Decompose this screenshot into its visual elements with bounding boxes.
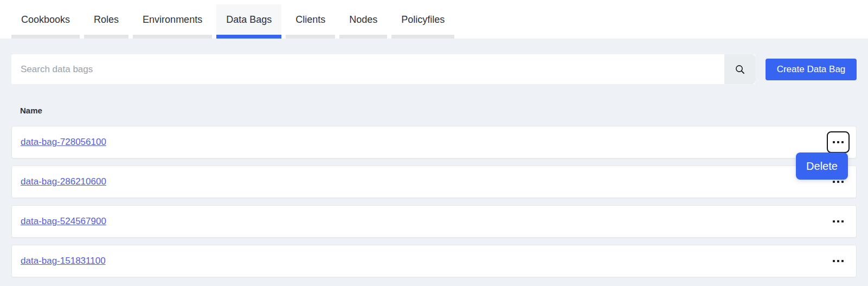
tab-roles[interactable]: Roles bbox=[84, 4, 128, 39]
more-options-button[interactable] bbox=[827, 211, 850, 232]
table-row: data-bag-728056100 Delete bbox=[11, 126, 857, 158]
table-row: data-bag-151831100 bbox=[11, 245, 857, 277]
create-data-bag-button[interactable]: Create Data Bag bbox=[766, 59, 857, 80]
table-row: data-bag-524567900 bbox=[11, 205, 857, 238]
name-column-header: Name bbox=[20, 106, 857, 116]
search-input[interactable] bbox=[11, 54, 724, 84]
tab-cookbooks-label: Cookbooks bbox=[21, 14, 70, 26]
search-button[interactable] bbox=[724, 54, 755, 84]
data-bag-link[interactable]: data-bag-728056100 bbox=[21, 137, 106, 148]
more-options-button[interactable] bbox=[827, 250, 850, 272]
tab-cookbooks[interactable]: Cookbooks bbox=[11, 4, 80, 39]
data-bag-link[interactable]: data-bag-151831100 bbox=[21, 256, 106, 266]
tab-data-bags-label: Data Bags bbox=[226, 14, 272, 26]
tab-environments[interactable]: Environments bbox=[133, 4, 212, 39]
tab-policyfiles[interactable]: Policyfiles bbox=[391, 4, 454, 39]
magnifier-icon bbox=[735, 64, 745, 75]
delete-menu-item[interactable]: Delete bbox=[796, 152, 848, 180]
data-bag-link[interactable]: data-bag-286210600 bbox=[21, 176, 106, 187]
infrastructure-tab-bar: Cookbooks Roles Environments Data Bags C… bbox=[0, 0, 868, 39]
tab-nodes[interactable]: Nodes bbox=[339, 4, 387, 39]
more-options-button[interactable]: Delete bbox=[827, 131, 850, 153]
tab-roles-label: Roles bbox=[94, 14, 119, 26]
data-bag-link[interactable]: data-bag-524567900 bbox=[21, 216, 106, 227]
search-row: Create Data Bag bbox=[11, 54, 857, 84]
tab-clients[interactable]: Clients bbox=[286, 4, 335, 39]
tab-data-bags[interactable]: Data Bags bbox=[216, 4, 281, 39]
tab-nodes-label: Nodes bbox=[349, 14, 377, 26]
data-bag-list: data-bag-728056100 Delete data-bag-28621… bbox=[11, 126, 857, 277]
more-options-icon bbox=[833, 220, 835, 223]
table-row: data-bag-286210600 bbox=[11, 166, 857, 198]
data-bags-page: Create Data Bag Name data-bag-728056100 … bbox=[0, 39, 868, 277]
more-options-icon bbox=[833, 141, 835, 143]
tab-environments-label: Environments bbox=[143, 14, 202, 26]
tab-clients-label: Clients bbox=[295, 14, 325, 26]
search-group bbox=[11, 54, 755, 84]
more-options-icon bbox=[833, 260, 835, 262]
more-options-icon bbox=[833, 181, 835, 183]
tab-policyfiles-label: Policyfiles bbox=[401, 14, 445, 26]
